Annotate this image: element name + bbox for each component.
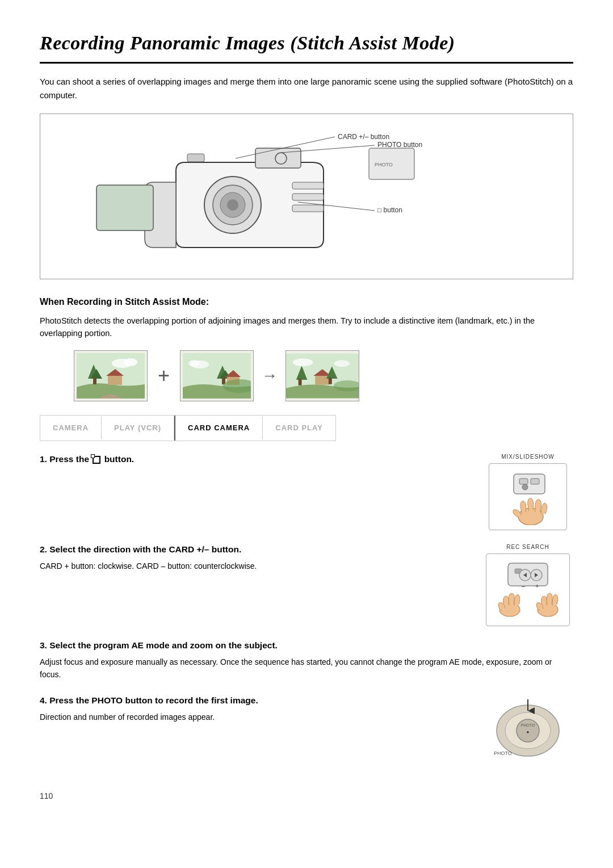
- intro-text: You can shoot a series of overlapping im…: [40, 75, 573, 102]
- step-2-heading: 2. Select the direction with the CARD +/…: [40, 543, 471, 556]
- arrow-sign: →: [262, 364, 278, 388]
- stitch-images-row: + →: [74, 350, 573, 401]
- step-1-illus-box: [489, 463, 567, 530]
- step-1-text: 1. Press the button.: [40, 452, 471, 470]
- step-3-sub: Adjust focus and exposure manually as ne…: [40, 656, 573, 681]
- square-icon-step1: [93, 456, 100, 464]
- step-4-sub: Direction and number of recorded images …: [40, 711, 471, 724]
- svg-rect-46: [514, 474, 545, 494]
- svg-point-49: [522, 484, 528, 490]
- step-1-heading: 1. Press the button.: [40, 452, 471, 466]
- svg-point-44: [334, 360, 350, 367]
- mode-btn-camera[interactable]: CAMERA: [40, 417, 102, 439]
- step-4-heading: 4. Press the PHOTO button to record the …: [40, 694, 471, 707]
- step-2-sub: CARD + button: clockwise. CARD – button:…: [40, 560, 471, 573]
- svg-rect-42: [329, 378, 332, 384]
- step-1-section: 1. Press the button. MIX/SLIDESHOW: [40, 452, 573, 530]
- stitch-image-1: [74, 350, 148, 401]
- svg-rect-47: [519, 479, 528, 484]
- camera-diagram-svg: CARD +/– button PHOTO button □ button PH…: [57, 125, 556, 267]
- step-3-text: 3. Select the program AE mode and zoom o…: [40, 639, 573, 681]
- svg-rect-8: [292, 205, 324, 212]
- page-number: 110: [40, 790, 573, 802]
- step-4-section: 4. Press the PHOTO button to record the …: [40, 694, 573, 768]
- plus-sign: +: [158, 360, 170, 391]
- step-2-text: 2. Select the direction with the CARD +/…: [40, 543, 471, 573]
- svg-rect-7: [292, 194, 324, 200]
- step-1-illustration: MIX/SLIDESHOW: [482, 452, 573, 530]
- svg-rect-22: [93, 378, 96, 384]
- step-3-section: 3. Select the program AE mode and zoom o…: [40, 639, 573, 681]
- step-4-text: 4. Press the PHOTO button to record the …: [40, 694, 471, 724]
- svg-rect-5: [96, 185, 153, 230]
- stitch-image-2: [180, 350, 254, 401]
- step-3-heading: 3. Select the program AE mode and zoom o…: [40, 639, 573, 652]
- page-title: Recording Panoramic Images (Stitch Assis…: [40, 28, 573, 64]
- stitch-section-heading: When Recording in Stitch Assist Mode:: [40, 295, 573, 309]
- step-1-illus-label: MIX/SLIDESHOW: [501, 452, 555, 461]
- step-2-illustration: REC SEARCH – +: [482, 543, 573, 626]
- svg-text:CARD +/– button: CARD +/– button: [338, 133, 389, 141]
- svg-point-3: [227, 199, 238, 211]
- svg-text:PHOTO: PHOTO: [521, 723, 535, 727]
- svg-text:PHOTO button: PHOTO button: [377, 141, 422, 149]
- svg-rect-9: [187, 154, 204, 162]
- mode-btn-play-vcr[interactable]: PLAY (VCR): [102, 417, 174, 439]
- svg-text:●: ●: [527, 729, 530, 735]
- mode-btn-card-play[interactable]: CARD PLAY: [263, 417, 335, 439]
- svg-rect-38: [299, 379, 302, 385]
- mode-buttons-row: CAMERA PLAY (VCR) CARD CAMERA CARD PLAY: [40, 415, 336, 441]
- svg-point-43: [293, 358, 313, 366]
- step-2-illus-label: REC SEARCH: [506, 543, 549, 551]
- stitch-image-result: [285, 350, 359, 401]
- svg-point-26: [124, 358, 137, 366]
- svg-text:□ button: □ button: [377, 206, 402, 214]
- svg-text:+: +: [535, 582, 539, 589]
- step-2-illus-box: – +: [486, 553, 570, 626]
- svg-text:–: –: [522, 582, 526, 589]
- svg-rect-39: [315, 375, 329, 385]
- mode-btn-card-camera[interactable]: CARD CAMERA: [175, 417, 263, 439]
- camera-diagram: CARD +/– button PHOTO button □ button PH…: [40, 114, 573, 279]
- svg-rect-6: [292, 182, 324, 189]
- step-4-illustration: PHOTO ● PHOTO: [482, 694, 573, 768]
- svg-rect-48: [531, 479, 539, 484]
- svg-point-34: [188, 360, 200, 367]
- step-2-section: 2. Select the direction with the CARD +/…: [40, 543, 573, 626]
- svg-text:PHOTO: PHOTO: [494, 750, 512, 756]
- svg-text:PHOTO: PHOTO: [375, 162, 393, 167]
- svg-point-10: [275, 153, 287, 164]
- svg-rect-23: [108, 375, 122, 385]
- stitch-section-text: PhotoStitch detects the overlapping port…: [40, 315, 573, 340]
